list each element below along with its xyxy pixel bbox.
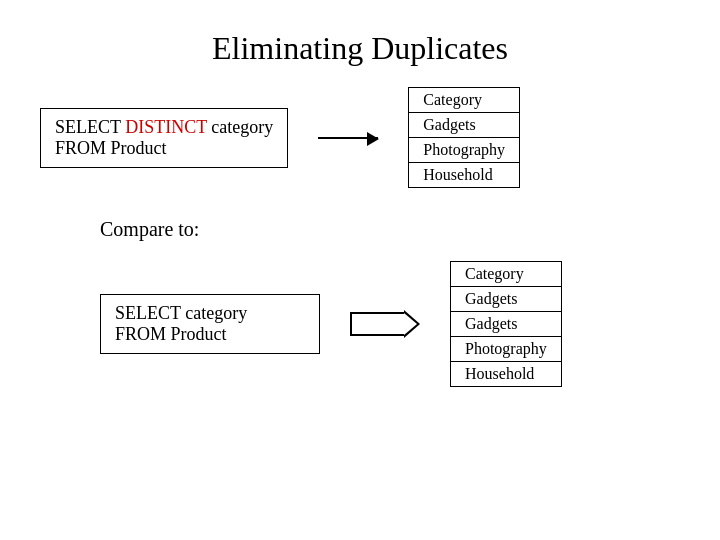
top-result-table: Category Gadgets Photography Household <box>408 87 520 188</box>
bottom-result-table: Category Gadgets Gadgets Photography Hou… <box>450 261 562 387</box>
top-result-row-3: Household <box>409 163 520 188</box>
compare-label: Compare to: <box>100 218 680 241</box>
plain-query-line1: SELECT category <box>115 303 305 324</box>
bottom-result-row-3: Photography <box>451 337 562 362</box>
top-result-row-2: Photography <box>409 138 520 163</box>
bottom-result-row-4: Household <box>451 362 562 387</box>
bottom-result-header: Category <box>451 262 562 287</box>
distinct-query-box: SELECT DISTINCT category FROM Product <box>40 108 288 168</box>
plain-select-keyword: SELECT <box>115 303 181 323</box>
plain-from-keyword: FROM <box>115 324 166 344</box>
top-arrow <box>318 137 378 139</box>
select-keyword: SELECT <box>55 117 121 137</box>
distinct-query-line2: FROM Product <box>55 138 273 159</box>
product-table: Product <box>106 138 167 158</box>
top-result-header: Category <box>409 88 520 113</box>
bottom-arrow-container <box>350 310 420 338</box>
bottom-result-row-2: Gadgets <box>451 312 562 337</box>
distinct-query-line1: SELECT DISTINCT category <box>55 117 273 138</box>
plain-product-table: Product <box>166 324 227 344</box>
plain-query-box: SELECT category FROM Product <box>100 294 320 354</box>
page-title: Eliminating Duplicates <box>0 0 720 87</box>
bottom-section: SELECT category FROM Product Category Ga… <box>40 261 680 387</box>
category-field: category <box>207 117 273 137</box>
top-result-row-1: Gadgets <box>409 113 520 138</box>
distinct-keyword: DISTINCT <box>125 117 207 137</box>
bottom-result-row-1: Gadgets <box>451 287 562 312</box>
plain-category-field: category <box>181 303 247 323</box>
top-arrow-container <box>318 137 378 139</box>
top-section: SELECT DISTINCT category FROM Product Ca… <box>40 87 680 188</box>
bottom-arrow <box>350 310 420 338</box>
plain-query-line2: FROM Product <box>115 324 305 345</box>
from-keyword: FROM <box>55 138 106 158</box>
